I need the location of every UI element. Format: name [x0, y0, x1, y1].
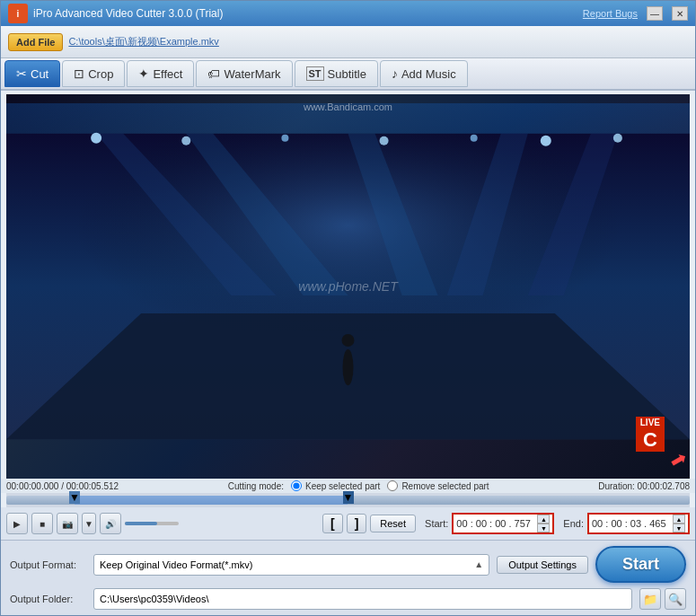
svg-point-9	[181, 136, 190, 145]
folder-icon-group: 📁 🔍	[639, 588, 686, 610]
volume-button[interactable]: 🔊	[100, 513, 121, 534]
timeline-selection	[75, 496, 348, 505]
crop-icon: ⊡	[74, 66, 84, 81]
dropdown-arrow-icon: ▼	[84, 519, 93, 529]
add-file-bar: Add File C:\tools\桌面\新视频\Example.mkv	[1, 26, 695, 58]
end-time-down[interactable]: ▼	[673, 524, 685, 532]
live-badge: LIVE	[636, 417, 665, 428]
start-button[interactable]: Start	[595, 546, 686, 583]
file-path-display: C:\tools\桌面\新视频\Example.mkv	[68, 35, 218, 48]
add-file-button[interactable]: Add File	[8, 33, 63, 51]
play-icon: ▶	[13, 519, 21, 529]
svg-point-11	[380, 136, 389, 145]
minimize-button[interactable]: —	[647, 6, 663, 21]
cut-icon: ✂	[16, 66, 27, 81]
live-overlay: LIVE C	[636, 417, 665, 452]
video-player[interactable]: www.Bandicam.com www.pHome.NET LIVE C ➡	[6, 94, 690, 479]
tab-watermark-label: WaterMark	[224, 67, 280, 81]
folder-icon: 📁	[643, 593, 657, 606]
remove-selected-radio[interactable]: Remove selected part	[387, 480, 489, 491]
screenshot-dropdown[interactable]: ▼	[82, 513, 96, 534]
current-time: 00:00:00.000 / 00:00:05.512	[6, 481, 119, 491]
timeline-bar-container[interactable]: ▼ ▼	[6, 493, 690, 507]
open-folder-button[interactable]: 📁	[639, 588, 661, 610]
main-window: i iPro Advanced Video Cutter 3.0.0 (Tria…	[0, 0, 696, 616]
report-bugs-link[interactable]: Report Bugs	[583, 8, 638, 19]
window-title: iPro Advanced Video Cutter 3.0.0 (Trial)	[33, 7, 223, 20]
search-folder-button[interactable]: 🔍	[665, 588, 686, 610]
watermark-bandicam: www.Bandicam.com	[304, 101, 392, 112]
play-button[interactable]: ▶	[6, 513, 28, 534]
output-folder-path: C:\Users\pc0359\Videos\	[93, 588, 632, 610]
end-time-spinner: ▲ ▼	[673, 515, 685, 532]
start-time-group: Start: ▲ ▼	[425, 513, 554, 534]
start-time-down[interactable]: ▼	[537, 524, 550, 532]
timeline-handle-start[interactable]: ▼	[69, 491, 80, 504]
title-right: Report Bugs — ✕	[583, 6, 688, 21]
svg-point-8	[91, 133, 101, 144]
tab-cut[interactable]: ✂ Cut	[4, 60, 60, 87]
start-time-spinner: ▲ ▼	[537, 515, 550, 532]
app-logo: i	[8, 4, 28, 23]
output-settings-button[interactable]: Output Settings	[497, 556, 588, 574]
effect-icon: ✦	[138, 66, 149, 81]
tab-add-music-label: Add Music	[401, 67, 456, 81]
cutting-mode-label: Cutting mode:	[228, 481, 284, 491]
add-music-icon: ♪	[392, 66, 398, 81]
end-label: End:	[563, 518, 584, 529]
tab-effect[interactable]: ✦ Effect	[127, 60, 194, 87]
start-time-input-box: ▲ ▼	[452, 513, 554, 534]
output-format-value: Keep Original Video Format(*.mkv)	[100, 559, 252, 570]
title-left: i iPro Advanced Video Cutter 3.0.0 (Tria…	[8, 4, 223, 23]
output-format-row: Output Format: Keep Original Video Forma…	[10, 546, 686, 583]
timeline-handle-end[interactable]: ▼	[343, 491, 354, 504]
keep-selected-radio[interactable]: Keep selected part	[291, 480, 380, 491]
controls-row: ▶ ■ 📷 ▼ 🔊 [ ] Reset Start: ▲ ▼	[1, 507, 695, 540]
tab-watermark[interactable]: 🏷 WaterMark	[196, 60, 292, 87]
output-folder-row: Output Folder: C:\Users\pc0359\Videos\ 📁…	[10, 588, 686, 610]
output-format-select[interactable]: Keep Original Video Format(*.mkv) ▲	[93, 554, 489, 576]
tab-subtitle[interactable]: ST Subtitle	[295, 60, 378, 87]
volume-slider[interactable]	[125, 522, 179, 525]
stop-icon: ■	[40, 519, 45, 529]
bottom-section: Output Format: Keep Original Video Forma…	[1, 540, 695, 615]
duration-display: Duration: 00:00:02.708	[598, 481, 690, 491]
svg-point-16	[341, 334, 354, 347]
watermark-phome: www.pHome.NET	[298, 279, 397, 294]
svg-point-15	[342, 349, 353, 385]
end-time-group: End: ▲ ▼	[563, 513, 690, 534]
camera-icon: 📷	[62, 519, 73, 529]
cutting-mode-group: Cutting mode: Keep selected part Remove …	[228, 480, 489, 491]
output-folder-label: Output Folder:	[10, 594, 86, 604]
live-c-letter: C	[636, 428, 665, 452]
svg-point-12	[471, 135, 478, 142]
toolbar: ✂ Cut ⊡ Crop ✦ Effect 🏷 WaterMark ST Sub…	[1, 58, 695, 91]
screenshot-button[interactable]: 📷	[57, 513, 78, 534]
end-time-up[interactable]: ▲	[673, 515, 685, 524]
tab-crop[interactable]: ⊡ Crop	[62, 60, 125, 87]
start-label: Start:	[425, 518, 448, 529]
tab-subtitle-label: Subtitle	[328, 67, 366, 81]
tab-cut-label: Cut	[31, 67, 48, 81]
svg-point-13	[541, 136, 551, 146]
volume-fill	[125, 522, 157, 525]
output-format-label: Output Format:	[10, 559, 86, 570]
stop-button[interactable]: ■	[31, 513, 53, 534]
mark-in-button[interactable]: [	[322, 514, 343, 533]
volume-icon: 🔊	[105, 519, 116, 529]
tab-effect-label: Effect	[153, 67, 182, 81]
reset-button[interactable]: Reset	[370, 515, 416, 532]
watermark-icon: 🏷	[207, 66, 220, 81]
end-time-input[interactable]	[592, 518, 673, 529]
close-button[interactable]: ✕	[672, 6, 688, 21]
mark-out-button[interactable]: ]	[347, 514, 367, 533]
search-icon: 🔍	[668, 593, 683, 606]
start-time-up[interactable]: ▲	[537, 515, 550, 524]
format-dropdown-arrow: ▲	[474, 559, 483, 569]
subtitle-icon: ST	[306, 66, 324, 81]
svg-point-14	[613, 134, 622, 143]
end-time-input-box: ▲ ▼	[587, 513, 690, 534]
video-frame: www.Bandicam.com www.pHome.NET LIVE C ➡	[6, 94, 690, 479]
tab-add-music[interactable]: ♪ Add Music	[380, 60, 468, 87]
start-time-input[interactable]	[456, 518, 537, 529]
